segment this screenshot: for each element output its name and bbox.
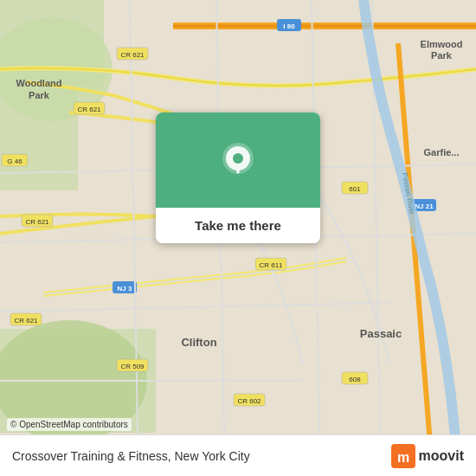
take-me-there-button[interactable]: Take me there xyxy=(156,208,320,243)
svg-text:CR 621: CR 621 xyxy=(77,106,101,113)
svg-text:CR 509: CR 509 xyxy=(120,363,145,370)
svg-text:NJ 21: NJ 21 xyxy=(415,203,434,210)
svg-text:CR 611: CR 611 xyxy=(259,261,283,269)
place-name: Crossover Training & Fitness, New York C… xyxy=(12,449,391,463)
bottom-bar: Crossover Training & Fitness, New York C… xyxy=(0,434,476,476)
svg-text:Elmwood: Elmwood xyxy=(421,39,463,49)
map-container: I 80 NJ 3 NJ 21 Passaic River CR 621 xyxy=(0,0,476,476)
svg-text:CR 621: CR 621 xyxy=(120,51,145,59)
svg-text:Park: Park xyxy=(431,50,453,61)
svg-text:Clifton: Clifton xyxy=(181,336,216,349)
svg-text:608: 608 xyxy=(349,376,361,383)
moovit-icon: m xyxy=(391,444,415,468)
svg-text:CR 621: CR 621 xyxy=(25,218,49,226)
moovit-text: moovit xyxy=(419,448,464,464)
svg-text:CR 602: CR 602 xyxy=(237,397,261,405)
svg-text:I 80: I 80 xyxy=(283,23,295,30)
moovit-logo: m moovit xyxy=(391,444,464,468)
svg-text:Park: Park xyxy=(29,90,50,100)
take-me-there-card: Take me there xyxy=(156,113,320,243)
svg-text:G 46: G 46 xyxy=(7,158,23,165)
svg-text:601: 601 xyxy=(349,185,361,193)
svg-text:NJ 3: NJ 3 xyxy=(118,285,132,293)
svg-text:Woodland: Woodland xyxy=(16,78,62,88)
svg-text:CR 621: CR 621 xyxy=(14,317,38,325)
card-map-section xyxy=(156,113,320,208)
svg-point-50 xyxy=(233,153,243,164)
svg-text:Passaic: Passaic xyxy=(360,327,402,340)
svg-text:m: m xyxy=(396,450,408,465)
osm-attribution: © OpenStreetMap contributors xyxy=(7,418,132,431)
location-pin-icon xyxy=(219,141,257,179)
svg-text:Garfie...: Garfie... xyxy=(424,147,460,158)
